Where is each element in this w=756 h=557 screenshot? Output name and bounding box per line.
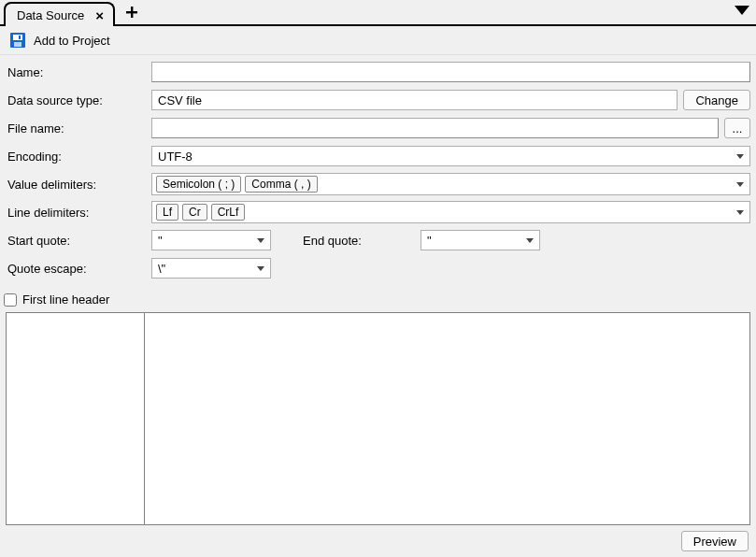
name-input[interactable]: [151, 62, 750, 82]
svg-marker-2: [735, 6, 749, 15]
tab-label: Data Source: [17, 8, 84, 22]
encoding-dropdown[interactable]: UTF-8: [151, 146, 750, 166]
save-icon[interactable]: [9, 32, 26, 49]
preview-button[interactable]: Preview: [681, 531, 749, 551]
data-source-type-label: Data source type:: [6, 93, 151, 107]
encoding-value: UTF-8: [158, 150, 193, 164]
start-quote-dropdown[interactable]: ": [151, 230, 271, 250]
first-line-header-checkbox[interactable]: [4, 293, 17, 307]
first-line-header-label[interactable]: First line header: [22, 293, 109, 307]
quote-escape-dropdown[interactable]: \": [151, 258, 271, 278]
chevron-down-icon: [734, 4, 750, 17]
form-area: Name: Data source type: CSV file Change …: [0, 55, 756, 289]
add-tab-button[interactable]: [119, 0, 145, 24]
end-quote-label: End quote:: [301, 234, 421, 248]
tab-menu-button[interactable]: [734, 4, 750, 20]
line-delimiters-label: Line delimiters:: [6, 206, 151, 220]
file-name-input[interactable]: [151, 118, 719, 138]
chip-comma[interactable]: Comma ( , ): [245, 176, 317, 193]
add-to-project-label[interactable]: Add to Project: [34, 34, 110, 48]
start-quote-label: Start quote:: [6, 234, 151, 248]
value-delimiters-dropdown[interactable]: Semicolon ( ; ) Comma ( , ): [151, 173, 750, 195]
plus-icon: [124, 5, 139, 20]
name-label: Name:: [6, 65, 151, 79]
file-name-label: File name:: [6, 121, 151, 136]
quote-escape-value: \": [158, 262, 165, 276]
browse-button[interactable]: ...: [724, 118, 750, 138]
encoding-label: Encoding:: [6, 150, 151, 164]
line-delimiters-dropdown[interactable]: Lf Cr CrLf: [151, 201, 750, 223]
preview-panel: [6, 312, 750, 525]
tab-bar: Data Source ×: [0, 0, 756, 26]
svg-rect-4: [13, 35, 22, 40]
svg-rect-5: [14, 42, 21, 47]
chip-crlf[interactable]: CrLf: [211, 204, 246, 221]
change-button[interactable]: Change: [683, 90, 750, 110]
end-quote-dropdown[interactable]: ": [421, 230, 540, 250]
preview-data-pane[interactable]: [145, 313, 749, 524]
quote-escape-label: Quote escape:: [6, 262, 151, 276]
start-quote-value: ": [158, 234, 163, 248]
chip-semicolon[interactable]: Semicolon ( ; ): [156, 176, 241, 193]
value-delimiters-label: Value delimiters:: [6, 178, 151, 192]
svg-rect-1: [126, 11, 137, 13]
toolbar: Add to Project: [0, 26, 756, 55]
chip-lf[interactable]: Lf: [156, 204, 178, 221]
preview-columns-pane[interactable]: [7, 313, 145, 524]
first-line-header-row: First line header: [0, 289, 756, 312]
end-quote-value: ": [427, 234, 432, 248]
close-icon[interactable]: ×: [93, 8, 106, 22]
ellipsis-icon: ...: [733, 121, 743, 136]
data-source-type-value: CSV file: [151, 90, 678, 110]
chip-cr[interactable]: Cr: [182, 204, 207, 221]
tab-data-source[interactable]: Data Source ×: [4, 2, 115, 26]
svg-rect-6: [19, 36, 21, 39]
